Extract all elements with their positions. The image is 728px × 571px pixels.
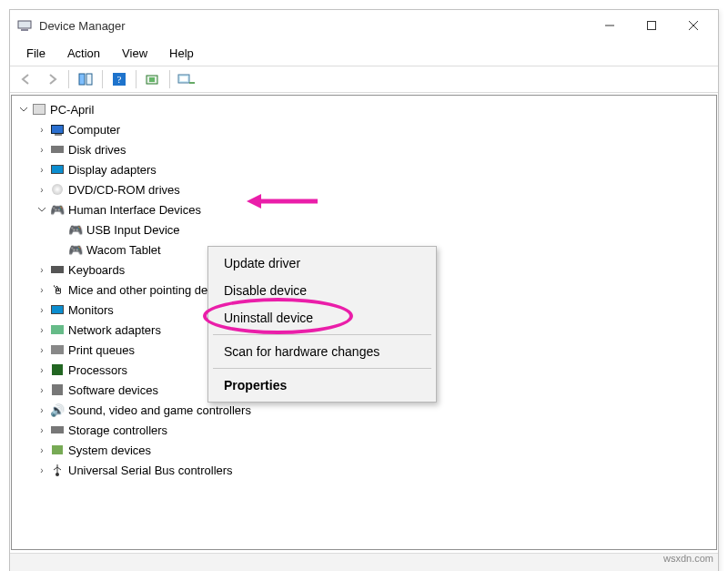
show-hide-console-button[interactable] (75, 69, 96, 89)
svg-rect-13 (180, 76, 187, 81)
menu-action[interactable]: Action (56, 43, 111, 64)
tree-label: System devices (68, 444, 151, 457)
tree-label: Human Interface Devices (68, 203, 201, 217)
caret-collapsed-icon[interactable]: › (35, 183, 48, 196)
usb-icon (50, 463, 65, 477)
keyboard-icon (50, 262, 65, 277)
hid-icon: 🎮 (50, 202, 65, 217)
tree-label: Display adapters (68, 163, 157, 177)
maximize-button[interactable] (631, 12, 672, 39)
tree-item-dvd[interactable]: ›DVD/CD-ROM drives (34, 179, 716, 199)
tree-label: Disk drives (68, 143, 126, 157)
tree-item-hid[interactable]: 🎮Human Interface Devices (34, 199, 716, 219)
forward-button[interactable] (41, 69, 63, 89)
svg-rect-14 (189, 82, 195, 84)
tree-root-label: PC-April (50, 103, 94, 117)
caret-collapsed-icon[interactable]: › (35, 403, 48, 416)
storage-icon (50, 423, 65, 437)
caret-collapsed-icon[interactable]: › (35, 263, 48, 276)
monitor-icon (50, 302, 65, 317)
caret-collapsed-icon[interactable]: › (35, 163, 48, 176)
svg-rect-0 (18, 21, 31, 28)
svg-rect-3 (648, 22, 656, 30)
ctx-uninstall-device[interactable]: Uninstall device (211, 304, 433, 331)
svg-text:?: ? (117, 74, 122, 85)
tree-label: Keyboards (68, 263, 125, 277)
ctx-scan-hardware[interactable]: Scan for hardware changes (211, 338, 433, 365)
caret-collapsed-icon[interactable]: › (35, 363, 48, 376)
tree-label: USB Input Device (86, 223, 180, 237)
audio-icon: 🔊 (50, 403, 65, 417)
caret-expanded-icon[interactable] (35, 203, 48, 216)
svg-point-15 (56, 473, 59, 476)
tree-item-usb-input[interactable]: ›🎮USB Input Device (52, 219, 716, 240)
app-icon (17, 18, 32, 33)
caret-expanded-icon[interactable] (17, 103, 30, 116)
tree-label: Network adapters (68, 323, 161, 337)
window-title: Device Manager (39, 19, 589, 33)
hid-icon: 🎮 (68, 242, 83, 257)
caret-collapsed-icon[interactable]: › (35, 303, 48, 316)
ctx-update-driver[interactable]: Update driver (211, 250, 433, 277)
properties-button[interactable] (176, 69, 197, 89)
back-button[interactable] (15, 69, 37, 89)
tree-item-usb-controllers[interactable]: ›Universal Serial Bus controllers (34, 460, 716, 480)
network-icon (50, 322, 65, 337)
disk-icon (50, 142, 65, 157)
menu-bar: File Action View Help (10, 41, 718, 66)
hid-icon: 🎮 (68, 222, 83, 237)
titlebar: Device Manager (10, 10, 718, 41)
tree-label: Storage controllers (68, 423, 167, 437)
context-menu: Update driver Disable device Uninstall d… (207, 246, 437, 403)
tree-item-disk-drives[interactable]: ›Disk drives (34, 139, 716, 159)
content-area: PC-April ›Computer ›Disk drives ›Display… (10, 93, 718, 553)
help-button[interactable]: ? (108, 69, 130, 89)
caret-collapsed-icon[interactable]: › (35, 423, 48, 436)
tree-label: Universal Serial Bus controllers (68, 464, 233, 477)
caret-collapsed-icon[interactable]: › (35, 464, 48, 476)
menu-file[interactable]: File (15, 43, 56, 64)
caret-collapsed-icon[interactable]: › (35, 343, 48, 356)
svg-rect-11 (149, 77, 155, 82)
software-icon (50, 382, 65, 397)
ctx-disable-device[interactable]: Disable device (211, 277, 433, 304)
display-icon (50, 162, 65, 177)
system-icon (50, 443, 65, 457)
monitor-icon (50, 122, 65, 137)
device-manager-window: Device Manager File Action View Help ? (9, 9, 719, 571)
tree-item-sound[interactable]: ›🔊Sound, video and game controllers (34, 400, 716, 420)
tree-label: Sound, video and game controllers (68, 403, 251, 417)
toolbar-separator (136, 70, 136, 88)
tree-item-computer[interactable]: ›Computer (34, 119, 716, 139)
svg-rect-7 (86, 74, 92, 85)
tree-item-system-devices[interactable]: ›System devices (34, 440, 716, 460)
caret-collapsed-icon[interactable]: › (35, 323, 48, 336)
mouse-icon: 🖱 (50, 282, 65, 297)
tree-item-display-adapters[interactable]: ›Display adapters (34, 159, 716, 179)
ctx-properties[interactable]: Properties (211, 372, 433, 399)
minimize-button[interactable] (589, 12, 631, 39)
caret-collapsed-icon[interactable]: › (35, 383, 48, 396)
watermark: wsxdn.com (663, 553, 713, 564)
tree-root[interactable]: PC-April (15, 99, 716, 119)
tree-item-storage-controllers[interactable]: ›Storage controllers (34, 420, 716, 440)
toolbar-separator (68, 70, 69, 88)
ctx-separator (213, 334, 431, 335)
menu-help[interactable]: Help (158, 43, 205, 64)
computer-icon (32, 102, 46, 117)
ctx-separator (213, 368, 431, 369)
toolbar: ? (10, 66, 718, 93)
caret-collapsed-icon[interactable]: › (35, 123, 48, 136)
menu-view[interactable]: View (111, 43, 158, 64)
caret-collapsed-icon[interactable]: › (35, 444, 48, 456)
tree-label: Print queues (68, 343, 135, 357)
scan-hardware-button[interactable] (142, 69, 164, 89)
caret-collapsed-icon[interactable]: › (35, 143, 48, 156)
toolbar-separator (169, 70, 170, 88)
tree-label: Wacom Tablet (86, 243, 161, 257)
toolbar-separator (102, 70, 103, 88)
caret-collapsed-icon[interactable]: › (35, 283, 48, 296)
device-tree[interactable]: PC-April ›Computer ›Disk drives ›Display… (11, 95, 717, 550)
close-button[interactable] (672, 12, 714, 39)
status-bar (10, 553, 718, 571)
